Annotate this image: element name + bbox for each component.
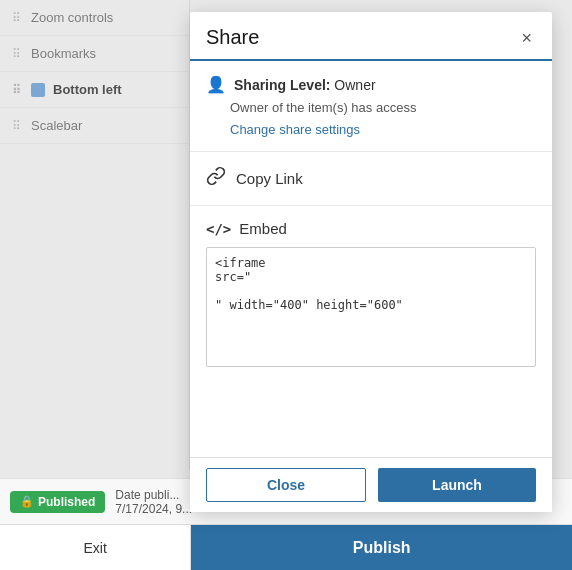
link-icon bbox=[206, 166, 226, 191]
modal-body: 👤 Sharing Level: Owner Owner of the item… bbox=[190, 61, 552, 457]
embed-header: </> Embed bbox=[206, 220, 536, 237]
modal-footer: Close Launch bbox=[190, 457, 552, 512]
embed-code-line2: src=" bbox=[215, 270, 527, 284]
close-icon[interactable]: × bbox=[517, 27, 536, 49]
published-badge: 🔒 Published bbox=[10, 491, 105, 513]
share-modal: Share × 👤 Sharing Level: Owner Owner of … bbox=[190, 12, 552, 512]
sharing-level-row: 👤 Sharing Level: Owner bbox=[206, 75, 536, 94]
copy-link-row[interactable]: Copy Link bbox=[206, 166, 536, 191]
modal-header: Share × bbox=[190, 12, 552, 61]
modal-title: Share bbox=[206, 26, 259, 49]
sharing-section: 👤 Sharing Level: Owner Owner of the item… bbox=[190, 61, 552, 152]
publish-button[interactable]: Publish bbox=[191, 525, 572, 570]
close-modal-button[interactable]: Close bbox=[206, 468, 366, 502]
copy-link-section[interactable]: Copy Link bbox=[190, 152, 552, 206]
lock-icon: 🔒 bbox=[20, 495, 34, 508]
embed-code-line4: " width="400" height="600" bbox=[215, 298, 527, 312]
change-share-settings-link[interactable]: Change share settings bbox=[230, 122, 360, 137]
embed-label: Embed bbox=[239, 220, 287, 237]
embed-code-line1: <iframe bbox=[215, 256, 527, 270]
sharing-icon: 👤 bbox=[206, 75, 226, 94]
published-badge-label: Published bbox=[38, 495, 95, 509]
sharing-description: Owner of the item(s) has access bbox=[230, 100, 536, 115]
embed-icon: </> bbox=[206, 221, 231, 237]
embed-section: </> Embed <iframe src=" " width="400" he… bbox=[190, 206, 552, 381]
copy-link-label: Copy Link bbox=[236, 170, 303, 187]
exit-button[interactable]: Exit bbox=[0, 525, 191, 570]
sharing-level-text: Sharing Level: Owner bbox=[234, 77, 376, 93]
bottom-bar: Exit Publish bbox=[0, 524, 572, 570]
date-text: Date publi... 7/17/2024, 9... bbox=[115, 488, 192, 516]
embed-code-box[interactable]: <iframe src=" " width="400" height="600" bbox=[206, 247, 536, 367]
launch-button[interactable]: Launch bbox=[378, 468, 536, 502]
